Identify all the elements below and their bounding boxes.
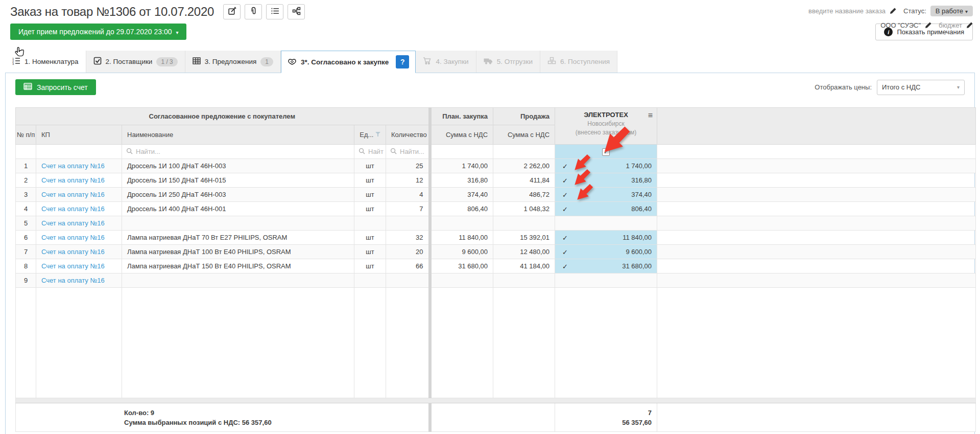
request-invoice-button[interactable]: Запросить счет (15, 79, 96, 95)
status-label: Статус: (903, 7, 926, 15)
tab-bar: 123 1. Номенклатура 2. Поставщики 1 / 3 … (5, 51, 975, 73)
filter-funnel-icon[interactable] (375, 131, 380, 139)
page-header: Заказ на товар №1306 от 10.07.2020 введи… (0, 0, 980, 19)
edit-icon (228, 7, 236, 17)
table-row: 6 Счет на оплату №16 Лампа натриевая ДНа… (16, 231, 976, 245)
boxes-icon (547, 57, 556, 66)
tab-proposals[interactable]: 3. Предложения 1 (185, 51, 281, 73)
invoice-table-icon (23, 83, 32, 92)
offer-period-button[interactable]: Идет прием предложений до 29.07.2020 23:… (10, 24, 186, 40)
search-unit-input[interactable] (368, 148, 384, 155)
totals-row: Кол-во: 9 Сумма выбранных позиций с НДС:… (16, 403, 976, 432)
supplier-cell[interactable] (555, 216, 657, 231)
list-icon (271, 7, 279, 17)
edit-company-pencil-icon[interactable] (925, 22, 931, 29)
display-prices-select[interactable]: Итого с НДС ▾ (877, 80, 965, 95)
table-row: 2 Счет на оплату №16 Дроссель 1И 150 ДНа… (16, 173, 976, 188)
search-qty-input[interactable] (400, 148, 424, 155)
supplier-cell[interactable]: ✓ 316,80 (555, 173, 657, 188)
positions-table: Согласованное предложение с покупателем … (15, 107, 976, 432)
table-row: 1 Счет на оплату №16 Дроссель 1И 100 ДНа… (16, 159, 976, 173)
caret-down-icon: ▾ (965, 9, 968, 14)
table-toolbar: Запросить счет Отображать цены: Итого с … (15, 73, 965, 95)
list-view-button[interactable] (266, 4, 283, 19)
search-icon (358, 148, 365, 156)
search-name-input[interactable] (136, 148, 326, 155)
column-header-kp: КП (36, 125, 122, 145)
invoice-link[interactable]: Счет на оплату №16 (41, 205, 105, 213)
selected-check-icon: ✓ (562, 162, 568, 170)
column-header-unit[interactable]: Ед... (354, 125, 386, 145)
tab-purchases: 4. Закупки (416, 51, 476, 73)
supplier-total-sum: 56 357,60 (560, 418, 652, 427)
tab-nomenclature[interactable]: 123 1. Номенклатура (5, 51, 86, 73)
tab-suppliers[interactable]: 2. Поставщики 1 / 3 (86, 51, 185, 73)
invoice-link[interactable]: Счет на оплату №16 (41, 176, 105, 184)
invoice-link[interactable]: Счет на оплату №16 (41, 234, 105, 241)
tab-content-panel: Запросить счет Отображать цены: Итого с … (5, 73, 975, 434)
edit-name-pencil-icon[interactable] (890, 8, 896, 14)
empty-filler-row (16, 288, 976, 398)
supplier-cell[interactable]: ✓ 806,40 (555, 202, 657, 216)
invoice-link[interactable]: Счет на оплату №16 (41, 219, 105, 227)
search-icon (390, 148, 397, 156)
truck-icon (484, 57, 493, 66)
cart-icon (423, 57, 432, 66)
invoice-link[interactable]: Счет на оплату №16 (41, 191, 105, 198)
edit-budget-pencil-icon[interactable] (966, 22, 973, 29)
budget-link[interactable]: бюджет (939, 21, 962, 29)
display-prices-label: Отображать цены: (815, 83, 872, 91)
column-header-sale-sum: Сумма с НДС (493, 125, 555, 145)
handshake-icon (288, 57, 297, 67)
table-row: 8 Счет на оплату №16 Лампа натриевая ДНа… (16, 259, 976, 273)
table-row: 5 Счет на оплату №16 (16, 216, 976, 231)
empty-column-header (657, 108, 976, 145)
select-all-checkbox[interactable]: ✓ (602, 148, 610, 156)
supplier-column-header[interactable]: ЭЛЕКТРОТЕХ ≡ Новосибирск (внесено заказч… (555, 108, 657, 145)
invoice-link[interactable]: Счет на оплату №16 (41, 162, 105, 170)
structure-button[interactable] (288, 4, 305, 19)
selected-check-icon: ✓ (562, 205, 568, 213)
caret-down-icon: ▾ (176, 30, 178, 35)
org-structure-icon (292, 7, 301, 17)
company-name: ООО "СУЭС" (880, 21, 921, 29)
selected-check-icon: ✓ (562, 191, 568, 198)
help-button[interactable]: ? (396, 55, 409, 68)
group-header-plan-purchase: План. закупка (430, 108, 493, 125)
selected-check-icon: ✓ (562, 262, 568, 270)
supplier-cell[interactable]: ✓ 9 600,00 (555, 245, 657, 259)
order-name-placeholder[interactable]: введите название заказа (808, 7, 886, 15)
selected-check-icon: ✓ (562, 234, 568, 241)
supplier-cell[interactable]: ✓ 374,40 (555, 188, 657, 202)
invoice-link[interactable]: Счет на оплату №16 (41, 262, 105, 270)
supplier-total-count: 7 (560, 408, 652, 418)
tab-badge: 1 / 3 (156, 57, 177, 66)
invoice-link[interactable]: Счет на оплату №16 (41, 277, 105, 284)
column-header-num: № п/п (16, 125, 36, 145)
status-dropdown[interactable]: В работе▾ (930, 6, 973, 16)
supplier-cell[interactable]: ✓ 11 840,00 (555, 231, 657, 245)
checkbox-icon (93, 57, 102, 66)
selected-check-icon: ✓ (562, 176, 568, 184)
table-row: 7 Счет на оплату №16 Лампа натриевая ДНа… (16, 245, 976, 259)
supplier-cell[interactable]: ✓ 1 740,00 (555, 159, 657, 173)
footer-separator (16, 398, 976, 403)
column-header-plan-sum: Сумма с НДС (430, 125, 493, 145)
table-row: 3 Счет на оплату №16 Дроссель 1И 250 ДНа… (16, 188, 976, 202)
table-grid-icon (193, 57, 201, 66)
paperclip-icon (249, 7, 258, 17)
svg-text:3: 3 (12, 62, 14, 65)
caret-down-icon: ▾ (957, 84, 960, 90)
edit-order-button[interactable] (223, 4, 241, 19)
supplier-cell[interactable]: ✓ 31 680,00 (555, 259, 657, 273)
column-menu-icon[interactable]: ≡ (648, 111, 653, 120)
total-sum: Сумма выбранных позиций с НДС: 56 357,60 (124, 418, 423, 427)
supplier-cell[interactable] (555, 273, 657, 288)
tab-approved-for-purchase[interactable]: 3*. Согласовано к закупке ? (281, 51, 416, 73)
select-all-cell[interactable]: ✓ (555, 145, 657, 159)
invoice-link[interactable]: Счет на оплату №16 (41, 248, 105, 256)
tab-badge: 1 (260, 57, 273, 66)
total-count: Кол-во: 9 (124, 408, 423, 418)
attachments-button[interactable] (245, 4, 262, 19)
selected-check-icon: ✓ (562, 248, 568, 256)
